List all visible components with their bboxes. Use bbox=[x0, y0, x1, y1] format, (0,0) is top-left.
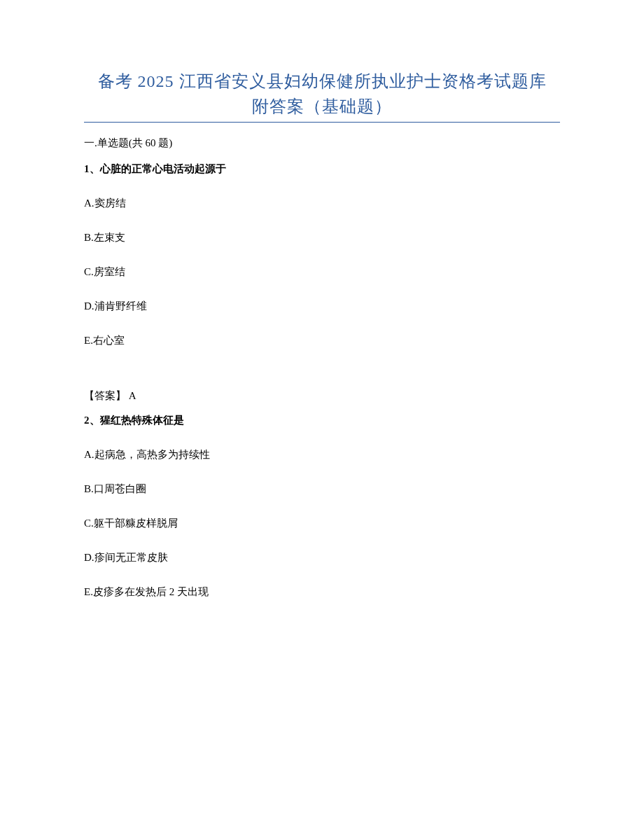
question-1-stem: 1、心脏的正常心电活动起源于 bbox=[84, 162, 560, 176]
question-2-stem: 2、猩红热特殊体征是 bbox=[84, 414, 560, 427]
question-1-option-e: E.右心室 bbox=[84, 334, 560, 347]
question-1-option-d: D.浦肯野纤维 bbox=[84, 300, 560, 313]
section-header: 一.单选题(共 60 题) bbox=[84, 137, 560, 150]
question-1-block: 1、心脏的正常心电活动起源于 A.窦房结 B.左束支 C.房室结 D.浦肯野纤维… bbox=[84, 162, 560, 403]
question-2-block: 2、猩红热特殊体征是 A.起病急，高热多为持续性 B.口周苍白圈 C.躯干部糠皮… bbox=[84, 414, 560, 599]
document-title-line2: 附答案（基础题） bbox=[84, 95, 560, 123]
question-1-option-c: C.房室结 bbox=[84, 265, 560, 279]
question-2-option-a: A.起病急，高热多为持续性 bbox=[84, 448, 560, 461]
question-2-option-c: C.躯干部糠皮样脱屑 bbox=[84, 517, 560, 530]
question-2-option-d: D.疹间无正常皮肤 bbox=[84, 551, 560, 564]
question-1-option-b: B.左束支 bbox=[84, 231, 560, 244]
question-1-answer: 【答案】 A bbox=[84, 389, 560, 403]
question-2-option-e: E.皮疹多在发热后 2 天出现 bbox=[84, 585, 560, 599]
document-title-line1: 备考 2025 江西省安义县妇幼保健所执业护士资格考试题库 bbox=[84, 70, 560, 92]
question-2-option-b: B.口周苍白圈 bbox=[84, 482, 560, 496]
question-1-option-a: A.窦房结 bbox=[84, 197, 560, 210]
